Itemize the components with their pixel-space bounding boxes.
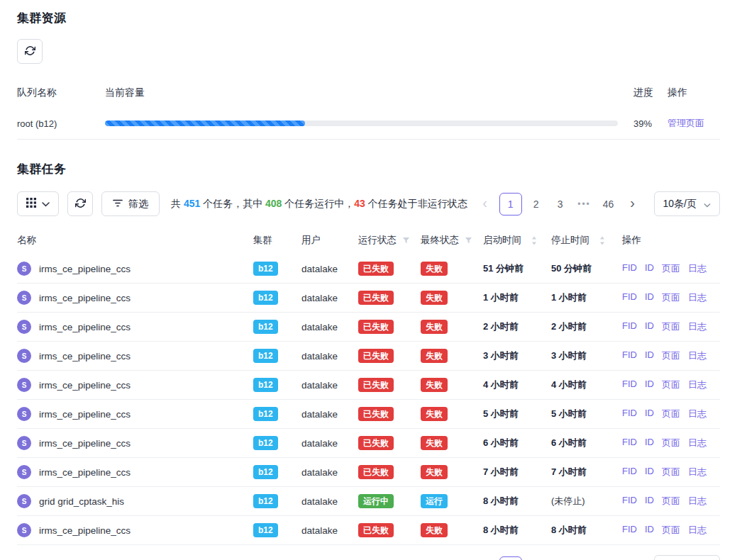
total-count: 451 bbox=[184, 198, 200, 209]
final-status-badge: 失败 bbox=[421, 349, 448, 363]
task-row: Sirms_ce_pipeline_ccs b12 datalake 已失败 失… bbox=[17, 313, 720, 342]
page-3-button[interactable]: 3 bbox=[550, 193, 570, 215]
final-status-badge: 运行 bbox=[421, 494, 448, 508]
fid-link[interactable]: FID bbox=[622, 495, 637, 508]
page-2-button[interactable]: 2 bbox=[526, 556, 546, 560]
page-link[interactable]: 页面 bbox=[662, 291, 680, 304]
task-row: Sirms_ce_pipeline_ccs b12 datalake 已失败 失… bbox=[17, 284, 720, 313]
id-link[interactable]: ID bbox=[645, 291, 654, 304]
page-link[interactable]: 页面 bbox=[662, 495, 680, 508]
stop-time: 3 小时前 bbox=[551, 349, 622, 362]
log-link[interactable]: 日志 bbox=[688, 291, 706, 304]
page-size-select[interactable]: 10条/页 bbox=[654, 191, 720, 216]
prev-page-button[interactable]: ‹ bbox=[475, 193, 495, 215]
log-link[interactable]: 日志 bbox=[688, 524, 706, 537]
log-link[interactable]: 日志 bbox=[688, 495, 706, 508]
task-name: irms_ce_pipeline_ccs bbox=[39, 264, 131, 274]
run-status-badge: 已失败 bbox=[358, 436, 394, 450]
task-row: Sirms_ce_pipeline_ccs b12 datalake 已失败 失… bbox=[17, 371, 720, 400]
tasks-table: 名称 集群 用户 运行状态 最终状态 启动时间 停止时间 操作 Sirms_ce… bbox=[17, 226, 720, 545]
start-time: 51 分钟前 bbox=[483, 262, 551, 275]
id-link[interactable]: ID bbox=[645, 408, 654, 420]
task-user: datalake bbox=[301, 496, 358, 507]
refresh-button[interactable] bbox=[17, 39, 43, 64]
log-link[interactable]: 日志 bbox=[688, 320, 706, 333]
page-3-button[interactable]: 3 bbox=[550, 556, 570, 560]
id-link[interactable]: ID bbox=[645, 379, 654, 391]
next-page-button[interactable]: › bbox=[623, 193, 643, 215]
final-status-badge: 失败 bbox=[421, 262, 448, 276]
id-link[interactable]: ID bbox=[645, 495, 654, 508]
prev-page-button[interactable]: ‹ bbox=[475, 556, 495, 560]
stop-time: (未停止) bbox=[551, 495, 622, 508]
refresh-tasks-button[interactable] bbox=[67, 191, 93, 216]
page-link[interactable]: 页面 bbox=[662, 349, 680, 362]
fid-link[interactable]: FID bbox=[622, 437, 637, 449]
sort-icon[interactable] bbox=[531, 236, 537, 245]
chevron-down-icon bbox=[704, 198, 711, 210]
page-46-button[interactable]: 46 bbox=[599, 556, 619, 560]
fid-link[interactable]: FID bbox=[622, 408, 637, 420]
log-link[interactable]: 日志 bbox=[688, 408, 706, 420]
progress-bar-fill bbox=[105, 121, 305, 126]
log-link[interactable]: 日志 bbox=[688, 466, 706, 478]
fid-link[interactable]: FID bbox=[622, 379, 637, 391]
page-link[interactable]: 页面 bbox=[662, 408, 680, 420]
manage-page-link[interactable]: 管理页面 bbox=[667, 118, 704, 128]
final-status-badge: 失败 bbox=[421, 291, 448, 305]
page-1-button[interactable]: 1 bbox=[499, 556, 522, 560]
filter-funnel-icon[interactable] bbox=[402, 237, 410, 245]
page-link[interactable]: 页面 bbox=[662, 524, 680, 537]
resources-table: 队列名称 当前容量 进度 操作 root (b12) 39% 管理页面 bbox=[17, 78, 720, 140]
id-link[interactable]: ID bbox=[645, 320, 654, 333]
tasks-table-header: 名称 集群 用户 运行状态 最终状态 启动时间 停止时间 操作 bbox=[17, 226, 720, 254]
task-user: datalake bbox=[301, 438, 358, 449]
fid-link[interactable]: FID bbox=[622, 466, 637, 478]
log-link[interactable]: 日志 bbox=[688, 437, 706, 449]
col-final-status: 最终状态 bbox=[421, 234, 483, 247]
start-time: 6 小时前 bbox=[483, 437, 551, 449]
cluster-badge: b12 bbox=[253, 494, 278, 508]
task-name: grid grid_cptask_his bbox=[39, 496, 124, 507]
page-1-button[interactable]: 1 bbox=[499, 193, 522, 215]
page-link[interactable]: 页面 bbox=[662, 466, 680, 478]
fid-link[interactable]: FID bbox=[622, 524, 637, 537]
progress-bar bbox=[105, 121, 618, 126]
filter-button-label: 筛选 bbox=[128, 198, 148, 211]
task-name: irms_ce_pipeline_ccs bbox=[39, 322, 131, 332]
col-name: 名称 bbox=[17, 234, 253, 247]
page-size-select[interactable]: 10条/页 bbox=[654, 555, 720, 560]
id-link[interactable]: ID bbox=[645, 349, 654, 362]
id-link[interactable]: ID bbox=[645, 262, 654, 275]
layout-grid-button[interactable] bbox=[17, 191, 59, 216]
fid-link[interactable]: FID bbox=[622, 262, 637, 275]
stop-time: 4 小时前 bbox=[551, 379, 622, 391]
fid-link[interactable]: FID bbox=[622, 291, 637, 304]
run-status-badge: 已失败 bbox=[358, 407, 394, 421]
log-link[interactable]: 日志 bbox=[688, 379, 706, 391]
run-status-badge: 已失败 bbox=[358, 320, 394, 334]
filter-button[interactable]: 筛选 bbox=[101, 191, 160, 216]
filter-funnel-icon[interactable] bbox=[465, 237, 472, 245]
final-status-badge: 失败 bbox=[421, 320, 448, 334]
fid-link[interactable]: FID bbox=[622, 320, 637, 333]
cluster-badge: b12 bbox=[253, 436, 278, 450]
page-link[interactable]: 页面 bbox=[662, 379, 680, 391]
tasks-title: 集群任务 bbox=[17, 161, 720, 177]
next-page-button[interactable]: › bbox=[623, 556, 643, 560]
chevron-down-icon bbox=[42, 198, 50, 209]
log-link[interactable]: 日志 bbox=[688, 349, 706, 362]
task-name: irms_ce_pipeline_ccs bbox=[39, 380, 131, 391]
log-link[interactable]: 日志 bbox=[688, 262, 706, 275]
id-link[interactable]: ID bbox=[645, 466, 654, 478]
page-2-button[interactable]: 2 bbox=[526, 193, 546, 215]
page-46-button[interactable]: 46 bbox=[599, 193, 619, 215]
id-link[interactable]: ID bbox=[645, 437, 654, 449]
id-link[interactable]: ID bbox=[645, 524, 654, 537]
page-link[interactable]: 页面 bbox=[662, 437, 680, 449]
fid-link[interactable]: FID bbox=[622, 349, 637, 362]
page-link[interactable]: 页面 bbox=[662, 320, 680, 333]
page-link[interactable]: 页面 bbox=[662, 262, 680, 275]
sort-icon[interactable] bbox=[599, 236, 605, 245]
final-status-badge: 失败 bbox=[421, 378, 448, 392]
